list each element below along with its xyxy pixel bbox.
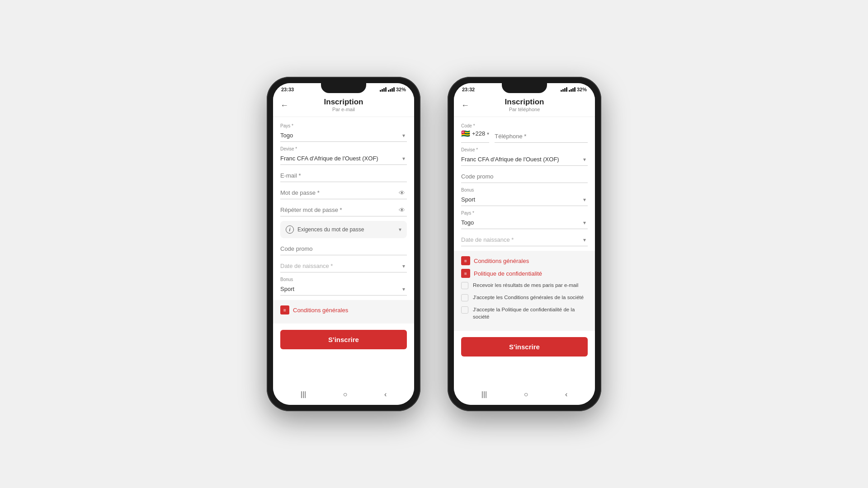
back-button-2[interactable]: ← xyxy=(461,101,469,110)
status-right-2: 32% xyxy=(561,87,587,92)
pays-select-1[interactable]: Togo xyxy=(280,129,407,142)
pays-select-2[interactable]: Togo xyxy=(461,216,588,229)
bottom-nav-1: ||| ○ ‹ xyxy=(273,386,414,405)
signal-2 xyxy=(561,87,567,92)
form-2: Code * 🇹🇬 +228 ▾ xyxy=(454,117,595,386)
bottom-nav-2: ||| ○ ‹ xyxy=(454,386,595,405)
devise-select-1[interactable]: Franc CFA d'Afrique de l'Ouest (XOF) xyxy=(280,152,407,165)
dob-select-wrapper-2: Date de naissance * xyxy=(461,234,588,246)
subtitle-1: Par e-mail xyxy=(280,107,407,112)
signal-2b xyxy=(569,87,576,92)
pays-field-1: Pays * Togo xyxy=(280,123,407,142)
code-promo-field-1 xyxy=(280,243,407,255)
password-req-1[interactable]: i Exigences du mot de passe ▾ xyxy=(280,221,407,238)
pays-field-2: Pays * Togo xyxy=(461,211,588,229)
phone-tel-screen: 23:32 32% xyxy=(454,83,595,405)
devise-select-wrapper-2: Franc CFA d'Afrique de l'Ouest (XOF) xyxy=(461,153,588,166)
devise-field-2: Devise * Franc CFA d'Afrique de l'Ouest … xyxy=(461,147,588,166)
tel-code-group: Code * 🇹🇬 +228 ▾ xyxy=(461,123,588,143)
checkbox-1[interactable] xyxy=(461,282,468,289)
politique-icon-2: ≡ xyxy=(461,269,470,278)
battery-2: 32% xyxy=(577,87,587,92)
togo-flag-icon: 🇹🇬 xyxy=(461,129,470,138)
telephone-input-2[interactable] xyxy=(495,130,588,143)
checkbox-text-3: J'accepte la Politique de confidentialit… xyxy=(473,306,588,320)
password-input-wrapper-1: 👁 xyxy=(280,187,407,199)
code-underline xyxy=(461,142,489,143)
conditions-item-1[interactable]: ≡ Conditions générales xyxy=(280,305,407,314)
status-right-1: 32% xyxy=(380,87,406,92)
devise-select-2[interactable]: Franc CFA d'Afrique de l'Ouest (XOF) xyxy=(461,153,588,166)
conditions-label-1: Conditions générales xyxy=(293,307,348,314)
eye-icon-1[interactable]: 👁 xyxy=(399,189,405,197)
devise-select-wrapper-1: Franc CFA d'Afrique de l'Ouest (XOF) xyxy=(280,152,407,165)
bonus-select-wrapper-2: Sport xyxy=(461,193,588,206)
info-icon-1: i xyxy=(286,225,294,234)
nav-menu-2[interactable]: ||| xyxy=(481,390,487,399)
eye-icon-2[interactable]: 👁 xyxy=(399,206,405,214)
phone-email-screen: 23:33 32% xyxy=(273,83,414,405)
conditions-section-2: ≡ Conditions générales ≡ Politique de co… xyxy=(454,251,595,330)
checkbox-item-2: J'accepte les Conditions générales de la… xyxy=(461,294,588,301)
title-2: Inscription xyxy=(461,98,588,107)
bonus-select-wrapper-1: Sport xyxy=(280,283,407,296)
repeat-password-field-1: 👁 xyxy=(280,204,407,216)
signal-1 xyxy=(380,87,387,92)
dob-select-2[interactable]: Date de naissance * xyxy=(461,234,588,246)
tel-row: Code * 🇹🇬 +228 ▾ xyxy=(461,123,588,143)
checkbox-item-3: J'accepte la Politique de confidentialit… xyxy=(461,306,588,320)
signal-1b xyxy=(388,87,395,92)
password-input-1[interactable] xyxy=(280,187,407,199)
chevron-down-icon-1: ▾ xyxy=(399,226,401,233)
status-bar-2: 23:32 32% xyxy=(454,83,595,94)
repeat-password-input-1[interactable] xyxy=(280,204,407,216)
code-section-2: 🇹🇬 +228 ▾ xyxy=(461,129,489,141)
dob-field-2: Date de naissance * xyxy=(461,234,588,246)
time-1: 23:33 xyxy=(281,87,294,92)
repeat-password-input-wrapper-1: 👁 xyxy=(280,204,407,216)
back-button-1[interactable]: ← xyxy=(280,101,288,110)
checkbox-3[interactable] xyxy=(461,306,468,314)
password-req-text-1: Exigences du mot de passe xyxy=(297,226,364,233)
battery-1: 32% xyxy=(396,87,406,92)
code-row-2: 🇹🇬 +228 ▾ xyxy=(461,129,489,141)
code-promo-input-2[interactable] xyxy=(461,170,588,183)
pays-label-1: Pays * xyxy=(280,123,407,128)
notch-1 xyxy=(321,83,366,93)
code-value-2: +228 xyxy=(472,130,485,137)
dob-select-wrapper-1: Date de naissance * xyxy=(280,260,407,272)
dob-field-1: Date de naissance * xyxy=(280,260,407,272)
devise-label-2: Devise * xyxy=(461,147,588,152)
subtitle-2: Par téléphone xyxy=(461,107,588,112)
email-field-1 xyxy=(280,169,407,182)
phone-tel: 23:32 32% xyxy=(448,77,601,411)
politique-item-2[interactable]: ≡ Politique de confidentialité xyxy=(461,269,588,278)
header-2: ← Inscription Par téléphone xyxy=(454,94,595,117)
password-field-1: 👁 xyxy=(280,187,407,199)
bonus-select-2[interactable]: Sport xyxy=(461,193,588,206)
title-1: Inscription xyxy=(280,98,407,107)
register-btn-1[interactable]: S'inscrire xyxy=(280,330,407,349)
bonus-select-1[interactable]: Sport xyxy=(280,283,407,296)
dob-select-1[interactable]: Date de naissance * xyxy=(280,260,407,272)
email-input-wrapper-1 xyxy=(280,169,407,182)
email-input-1[interactable] xyxy=(280,169,407,182)
conditions-label-2: Conditions générales xyxy=(474,258,529,264)
politique-label-2: Politique de confidentialité xyxy=(474,270,542,277)
phone-email: 23:33 32% xyxy=(267,77,420,411)
nav-back-1[interactable]: ‹ xyxy=(384,390,387,399)
phones-container: 23:33 32% xyxy=(267,77,601,411)
code-arrow-2: ▾ xyxy=(487,131,489,136)
checkbox-item-1: Recevoir les résultats de mes paris par … xyxy=(461,282,588,289)
checkbox-text-1: Recevoir les résultats de mes paris par … xyxy=(473,282,578,289)
conditions-item-2[interactable]: ≡ Conditions générales xyxy=(461,256,588,265)
nav-home-1[interactable]: ○ xyxy=(343,390,348,399)
code-promo-input-1[interactable] xyxy=(280,243,407,255)
checkbox-text-2: J'accepte les Conditions générales de la… xyxy=(473,294,584,301)
register-btn-2[interactable]: S'inscrire xyxy=(461,337,588,357)
checkbox-2[interactable] xyxy=(461,294,468,301)
nav-home-2[interactable]: ○ xyxy=(524,390,528,399)
nav-back-2[interactable]: ‹ xyxy=(565,390,567,399)
nav-menu-1[interactable]: ||| xyxy=(301,390,306,399)
password-req-left-1: i Exigences du mot de passe xyxy=(286,225,364,234)
